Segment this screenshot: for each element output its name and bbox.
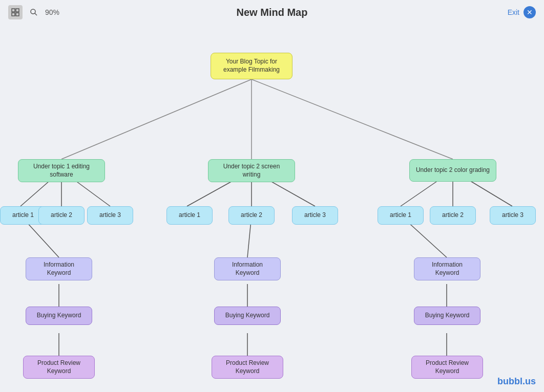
t2-info-keyword[interactable]: Information Keyword xyxy=(214,257,281,280)
svg-rect-0 xyxy=(12,9,15,12)
svg-line-5 xyxy=(35,13,37,15)
page-title: New Mind Map xyxy=(237,7,308,18)
t1-buying-keyword[interactable]: Buying Keyword xyxy=(26,307,92,325)
branding-text: bubbl.us xyxy=(497,376,536,387)
topic-2-node[interactable]: Under topic 2 screen writing xyxy=(208,159,295,182)
close-button[interactable]: ✕ xyxy=(524,6,536,18)
t2-article-1[interactable]: article 1 xyxy=(166,206,213,225)
t2-review-keyword[interactable]: Product Review Keyword xyxy=(212,356,283,379)
t2-article-3[interactable]: article 3 xyxy=(292,206,338,225)
t1-info-keyword[interactable]: Information Keyword xyxy=(26,257,92,280)
t3-buying-keyword[interactable]: Buying Keyword xyxy=(414,307,480,325)
svg-rect-2 xyxy=(12,13,15,16)
root-node[interactable]: Your Blog Topic for example Filmmaking xyxy=(211,53,292,79)
zoom-level: 90% xyxy=(45,8,59,16)
right-toolbar: Exit ✕ xyxy=(508,6,536,18)
svg-line-6 xyxy=(61,79,252,159)
canvas: Your Blog Topic for example Filmmaking U… xyxy=(0,25,544,392)
t2-article-2[interactable]: article 2 xyxy=(228,206,275,225)
topic-3-node[interactable]: Under topic 2 color grading xyxy=(409,159,496,182)
svg-rect-3 xyxy=(16,13,19,16)
svg-rect-1 xyxy=(16,9,19,12)
t3-article-3[interactable]: article 3 xyxy=(490,206,536,225)
t3-info-keyword[interactable]: Information Keyword xyxy=(414,257,480,280)
t1-article-2[interactable]: article 2 xyxy=(38,206,85,225)
t3-article-1[interactable]: article 1 xyxy=(378,206,424,225)
zoom-icon[interactable] xyxy=(27,5,41,19)
exit-button[interactable]: Exit xyxy=(508,8,519,16)
t3-article-2[interactable]: article 2 xyxy=(430,206,476,225)
t1-article-3[interactable]: article 3 xyxy=(87,206,133,225)
svg-line-8 xyxy=(252,79,453,159)
t1-review-keyword[interactable]: Product Review Keyword xyxy=(23,356,95,379)
t3-review-keyword[interactable]: Product Review Keyword xyxy=(411,356,483,379)
layout-icon[interactable] xyxy=(8,5,23,19)
header: 90% New Mind Map Exit ✕ xyxy=(0,0,544,25)
t2-buying-keyword[interactable]: Buying Keyword xyxy=(214,307,281,325)
topic-1-node[interactable]: Under topic 1 editing software xyxy=(18,159,105,182)
svg-point-4 xyxy=(31,9,35,14)
left-toolbar: 90% xyxy=(8,5,59,19)
